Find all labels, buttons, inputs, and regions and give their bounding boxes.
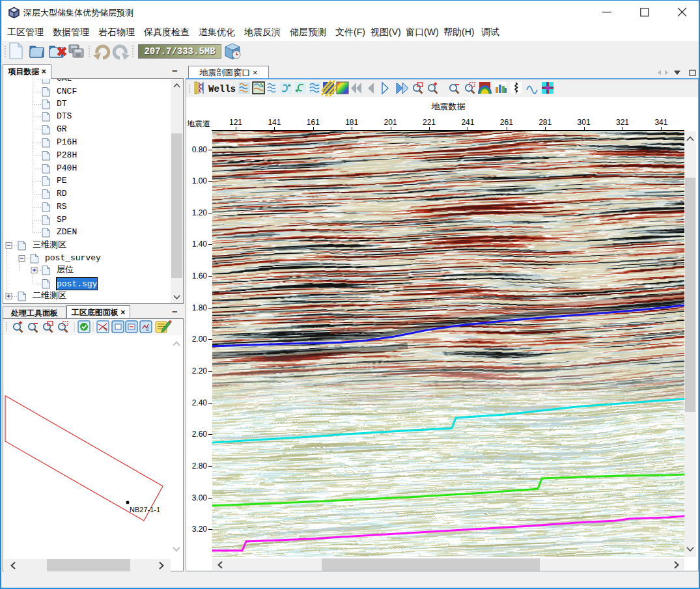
svg-text:2: 2 [146,325,149,332]
svg-text:Wells: Wells [208,84,236,94]
svg-text:NB27-1-1: NB27-1-1 [130,506,160,514]
